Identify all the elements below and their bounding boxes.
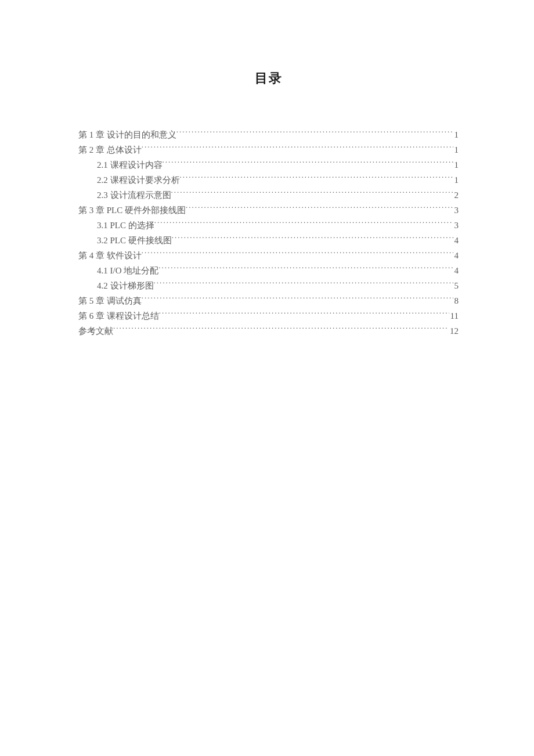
toc-entry-page: 8 bbox=[453, 294, 459, 308]
toc-dots bbox=[180, 174, 453, 183]
toc-dots bbox=[142, 144, 453, 153]
toc-dots bbox=[142, 250, 453, 258]
toc-entry: 第 4 章 软件设计4 bbox=[78, 249, 459, 262]
toc-entry-page: 12 bbox=[449, 324, 459, 338]
toc-entry-text: 第 4 章 软件设计 bbox=[78, 249, 142, 262]
toc-entry-page: 1 bbox=[453, 173, 459, 187]
toc-entry-page: 1 bbox=[453, 143, 459, 157]
toc-dots bbox=[171, 189, 453, 198]
toc-entry-text: 2.1 课程设计内容 bbox=[97, 158, 163, 172]
toc-entry-page: 3 bbox=[453, 218, 459, 232]
toc-title: 目录 bbox=[78, 70, 459, 87]
toc-entry-text: 第 5 章 调试仿真 bbox=[78, 294, 142, 308]
toc-entry: 4.2 设计梯形图5 bbox=[78, 279, 459, 293]
toc-dots bbox=[142, 295, 453, 304]
toc-dots bbox=[158, 265, 453, 273]
toc-entry: 参考文献12 bbox=[78, 324, 459, 338]
toc-entry-page: 4 bbox=[453, 264, 459, 278]
toc-entry-text: 3.1 PLC 的选择 bbox=[97, 218, 154, 232]
toc-entry: 2.3 设计流程示意图2 bbox=[78, 188, 459, 202]
document-page: 目录 第 1 章 设计的目的和意义1第 2 章 总体设计12.1 课程设计内容1… bbox=[0, 0, 534, 338]
toc-entry: 第 2 章 总体设计1 bbox=[78, 143, 459, 157]
toc-entry-text: 第 1 章 设计的目的和意义 bbox=[78, 128, 176, 142]
toc-entry-text: 2.2 课程设计要求分析 bbox=[97, 173, 180, 187]
toc-entry: 3.2 PLC 硬件接线图4 bbox=[78, 233, 459, 247]
toc-entry-page: 11 bbox=[449, 309, 459, 323]
toc-dots bbox=[163, 159, 453, 168]
toc-entry-page: 5 bbox=[453, 279, 459, 293]
toc-entry: 2.2 课程设计要求分析1 bbox=[78, 173, 459, 187]
toc-dots bbox=[113, 325, 449, 334]
toc-entry-page: 1 bbox=[453, 158, 459, 172]
toc-entry-page: 3 bbox=[453, 203, 459, 217]
toc-entry: 4.1 I/O 地址分配4 bbox=[78, 264, 459, 278]
toc-entry: 第 6 章 课程设计总结11 bbox=[78, 309, 459, 323]
toc-entry: 3.1 PLC 的选择3 bbox=[78, 218, 459, 232]
toc-entry-text: 2.3 设计流程示意图 bbox=[97, 188, 171, 202]
toc-entry-text: 4.1 I/O 地址分配 bbox=[97, 264, 158, 278]
toc-entry-text: 参考文献 bbox=[78, 324, 113, 338]
toc-dots bbox=[172, 235, 453, 243]
toc-entry: 第 1 章 设计的目的和意义1 bbox=[78, 128, 459, 142]
toc-entry-text: 第 6 章 课程设计总结 bbox=[78, 309, 159, 323]
table-of-contents: 第 1 章 设计的目的和意义1第 2 章 总体设计12.1 课程设计内容12.2… bbox=[78, 128, 459, 338]
toc-entry-page: 1 bbox=[453, 128, 459, 142]
toc-entry-text: 第 3 章 PLC 硬件外部接线图 bbox=[78, 203, 186, 217]
toc-entry: 第 3 章 PLC 硬件外部接线图3 bbox=[78, 203, 459, 217]
toc-entry-text: 3.2 PLC 硬件接线图 bbox=[97, 233, 172, 247]
toc-dots bbox=[154, 219, 453, 228]
toc-entry: 第 5 章 调试仿真8 bbox=[78, 294, 459, 308]
toc-dots bbox=[186, 204, 453, 213]
toc-entry-text: 4.2 设计梯形图 bbox=[97, 279, 154, 293]
toc-dots bbox=[159, 310, 449, 319]
toc-entry-page: 2 bbox=[453, 188, 459, 202]
toc-entry: 2.1 课程设计内容1 bbox=[78, 158, 459, 172]
toc-dots bbox=[176, 129, 453, 138]
toc-dots bbox=[154, 280, 453, 289]
toc-entry-text: 第 2 章 总体设计 bbox=[78, 143, 142, 157]
toc-entry-page: 4 bbox=[453, 233, 459, 247]
toc-entry-page: 4 bbox=[453, 249, 459, 262]
